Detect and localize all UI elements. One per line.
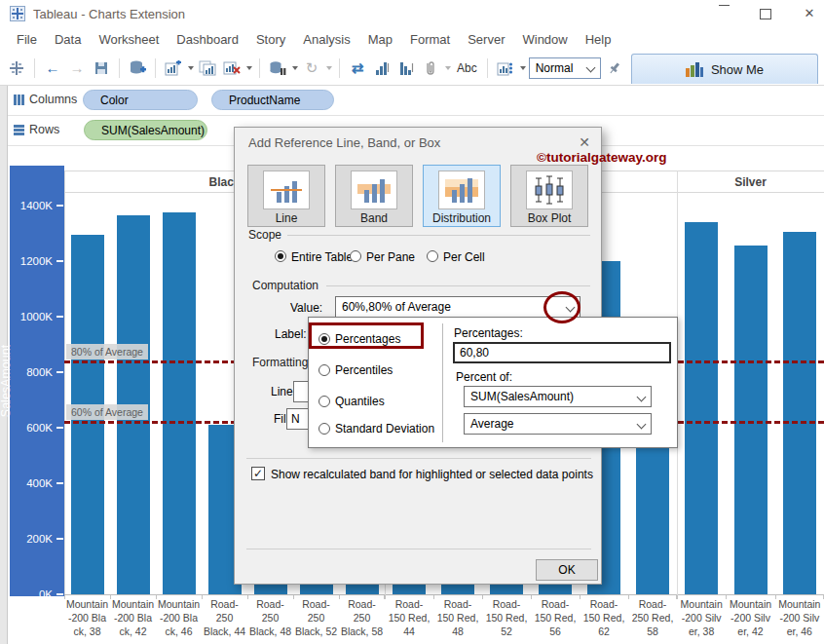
x-tick-mark <box>775 595 776 599</box>
annotation-rect <box>309 322 424 349</box>
x-axis-label[interactable]: Mountain -200 Silv er, 46 <box>776 597 823 638</box>
y-tick-label: 1400K <box>12 199 53 212</box>
y-tick-mark <box>56 205 63 207</box>
watermark: ©tutorialgateway.org <box>537 150 666 165</box>
plot-left-border <box>64 170 65 595</box>
radio-per-cell[interactable] <box>427 250 438 262</box>
x-tick-mark <box>531 595 532 599</box>
x-axis-label[interactable]: Road- 250 Red, 58 <box>629 597 676 638</box>
ok-button[interactable]: OK <box>536 559 598 581</box>
x-tick-mark <box>247 595 248 599</box>
band-type-icon <box>351 170 397 209</box>
reference-line-label: 80% of Average <box>66 344 148 360</box>
radio-per-pane-label: Per Pane <box>366 250 415 264</box>
y-tick-label: 200K <box>12 532 53 546</box>
x-axis-label[interactable]: Road- 150 Red, 56 <box>532 597 579 638</box>
x-axis-label[interactable]: Mountain -200 Silv er, 38 <box>678 597 725 638</box>
x-tick-mark <box>385 595 386 599</box>
fill-dropdown[interactable]: N <box>286 408 309 430</box>
x-axis-line <box>64 594 824 595</box>
x-tick-mark <box>156 595 157 599</box>
x-tick-mark <box>677 595 678 599</box>
radio-quantiles[interactable] <box>318 396 330 407</box>
dialog-separator <box>246 549 591 549</box>
aggregation-value: Average <box>470 417 513 431</box>
y-tick-label: 400K <box>12 476 53 490</box>
x-axis-label[interactable]: Mountain -200 Bla ck, 46 <box>157 597 201 638</box>
x-axis-label[interactable]: Road- 250 Black, 58 <box>340 597 384 638</box>
radio-standard-deviation-label: Standard Deviation <box>335 422 434 436</box>
percentages-field-label: Percentages: <box>454 326 523 340</box>
bar[interactable] <box>685 222 718 594</box>
radio-standard-deviation[interactable] <box>318 423 330 435</box>
type-button-band[interactable]: Band <box>335 165 413 227</box>
fill-dropdown-text: N <box>291 412 300 426</box>
bar[interactable] <box>783 232 816 594</box>
x-tick-mark <box>726 595 727 599</box>
y-tick-label: 600K <box>12 421 53 435</box>
y-tick-mark <box>56 593 63 595</box>
scope-group-label: Scope <box>248 228 281 242</box>
dialog-close-icon[interactable]: ✕ <box>576 133 593 151</box>
percent-of-label: Percent of: <box>456 370 512 384</box>
x-axis-label[interactable]: Road- 150 Red, 44 <box>386 597 432 638</box>
x-axis-label[interactable]: Road- 150 Red, 62 <box>581 597 627 638</box>
type-button-line[interactable]: Line <box>247 165 325 227</box>
percentages-input[interactable] <box>453 342 671 363</box>
x-axis-label[interactable]: Road- 250 Black, 48 <box>248 597 292 638</box>
percent-of-dropdown[interactable]: SUM(SalesAmount) <box>464 386 652 407</box>
boxplot-type-icon <box>526 170 573 209</box>
popup-divider <box>442 323 443 442</box>
x-axis-label[interactable]: Mountain -200 Silv er, 42 <box>727 597 773 638</box>
x-axis-label[interactable]: Road- 150 Red, 52 <box>483 597 530 638</box>
x-tick-mark <box>64 595 65 599</box>
x-axis-label[interactable]: Mountain -200 Bla ck, 38 <box>65 597 109 638</box>
formatting-group-label: Formatting <box>252 356 308 369</box>
aggregation-dropdown[interactable]: Average <box>464 413 652 435</box>
radio-entire-table[interactable] <box>275 250 286 262</box>
pane-header[interactable]: Silver <box>677 175 824 189</box>
y-tick-mark <box>56 482 63 484</box>
value-dropdown-text: 60%,80% of Average <box>342 300 451 314</box>
y-tick-label: 1200K <box>12 254 53 268</box>
x-axis-label[interactable]: Mountain -200 Bla ck, 42 <box>111 597 155 638</box>
radio-per-pane[interactable] <box>350 250 361 262</box>
x-tick-mark <box>628 595 629 599</box>
y-tick-mark <box>56 260 63 262</box>
x-tick-mark <box>293 595 294 599</box>
x-tick-mark <box>110 595 111 599</box>
show-recalculated-label: Show recalculated band for highlighted o… <box>271 468 593 481</box>
radio-per-cell-label: Per Cell <box>443 250 485 264</box>
y-tick-mark <box>56 371 63 373</box>
x-axis-label[interactable]: Road- 150 Red, 48 <box>434 597 481 638</box>
y-tick-label: 0K <box>12 587 53 601</box>
type-button-distribution[interactable]: Distribution <box>423 165 501 227</box>
x-axis-label[interactable]: Road- 250 Black, 44 <box>203 597 246 638</box>
line-type-icon <box>263 170 310 209</box>
distribution-type-icon <box>438 170 485 209</box>
type-button-boxplot[interactable]: Box Plot <box>510 165 588 227</box>
tableau-window: Tableau - Charts Extension ✕ FileDataWor… <box>0 0 824 644</box>
y-tick-label: 800K <box>12 365 53 379</box>
computation-group-line <box>326 285 590 286</box>
x-tick-mark <box>202 595 203 599</box>
chevron-down-icon <box>637 393 647 402</box>
show-recalculated-checkbox[interactable]: ✓ <box>251 467 265 480</box>
y-tick-mark <box>56 427 63 429</box>
y-tick-label: 1000K <box>12 310 53 323</box>
computation-group-label: Computation <box>252 279 318 292</box>
y-tick-mark <box>56 316 63 318</box>
bar[interactable] <box>163 212 196 594</box>
y-tick-mark <box>56 538 63 540</box>
percent-of-value: SUM(SalesAmount) <box>470 390 574 403</box>
radio-percentiles-label: Percentiles <box>335 363 393 377</box>
dialog-separator <box>246 458 591 459</box>
x-axis-label[interactable]: Road- 250 Black, 52 <box>294 597 338 638</box>
x-tick-mark <box>580 595 581 599</box>
radio-percentiles[interactable] <box>318 364 330 376</box>
dialog-title: Add Reference Line, Band, or Box <box>248 135 440 150</box>
x-tick-mark <box>482 595 483 599</box>
radio-quantiles-label: Quantiles <box>335 395 385 408</box>
x-tick-mark <box>339 595 340 599</box>
chevron-down-icon <box>637 420 647 430</box>
